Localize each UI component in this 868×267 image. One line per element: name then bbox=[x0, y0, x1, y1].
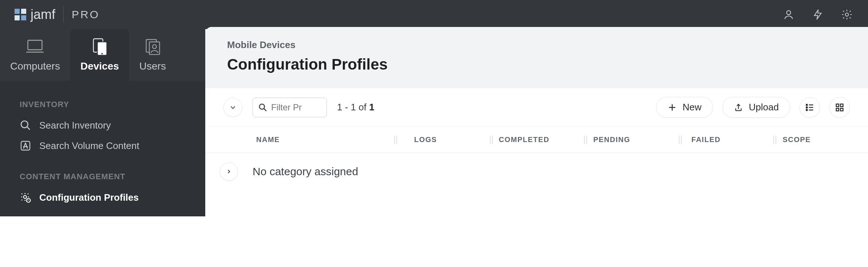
count-to: 1 bbox=[351, 102, 356, 113]
svg-point-19 bbox=[806, 107, 807, 108]
svg-rect-24 bbox=[840, 108, 843, 111]
row-category-label: No category assigned bbox=[253, 165, 358, 178]
tab-label: Users bbox=[139, 60, 166, 72]
svg-rect-3 bbox=[21, 15, 26, 20]
table-header: NAME LOGS COMPLETED PENDING FAILED SCOPE bbox=[205, 127, 868, 153]
toolbar: 1 - 1 of 1 New Upload bbox=[205, 88, 868, 127]
grid-view-button[interactable] bbox=[829, 97, 850, 118]
th-pending[interactable]: PENDING bbox=[590, 136, 679, 144]
search-icon bbox=[258, 103, 267, 112]
toolbar-left: 1 - 1 of 1 bbox=[223, 98, 374, 117]
tab-computers[interactable]: Computers bbox=[0, 29, 70, 81]
sidebar-tabs: Computers Devices Users bbox=[0, 29, 205, 81]
appstore-icon bbox=[20, 140, 31, 152]
devices-icon bbox=[90, 37, 109, 56]
sidebar-item-search-inventory[interactable]: Search Inventory bbox=[0, 115, 205, 136]
svg-rect-6 bbox=[28, 40, 42, 50]
sidebar-item-label: Configuration Profiles bbox=[39, 192, 139, 203]
filter-input[interactable] bbox=[271, 102, 311, 113]
count-total: 1 bbox=[369, 102, 374, 113]
account-icon[interactable] bbox=[782, 8, 795, 21]
tab-users[interactable]: Users bbox=[129, 29, 176, 81]
tab-label: Devices bbox=[80, 60, 119, 72]
count-from: 1 bbox=[337, 102, 342, 113]
grid-icon bbox=[835, 102, 845, 113]
sidebar-heading-inventory: INVENTORY bbox=[0, 95, 205, 115]
sidebar-item-label: Search Volume Content bbox=[39, 140, 139, 152]
brand-wordmark: jamf bbox=[31, 7, 55, 22]
search-icon bbox=[20, 119, 31, 131]
brand: jamf PRO bbox=[15, 7, 100, 23]
expand-all-button[interactable] bbox=[223, 98, 242, 117]
table-row: No category assigned bbox=[205, 153, 868, 190]
tab-label: Computers bbox=[10, 60, 60, 72]
svg-rect-1 bbox=[21, 9, 26, 14]
sidebar-item-search-volume[interactable]: Search Volume Content bbox=[0, 136, 205, 156]
page-title: Configuration Profiles bbox=[227, 56, 846, 73]
gear-icon[interactable] bbox=[840, 8, 853, 21]
filter-input-wrap[interactable] bbox=[253, 98, 327, 117]
chevron-right-icon bbox=[226, 168, 232, 175]
list-icon bbox=[805, 102, 815, 113]
sidebar-item-config-profiles[interactable]: Configuration Profiles bbox=[0, 187, 205, 208]
th-name[interactable]: NAME bbox=[205, 136, 394, 144]
svg-point-15 bbox=[24, 196, 27, 199]
svg-point-18 bbox=[806, 104, 807, 105]
brand-logo[interactable]: jamf bbox=[15, 7, 55, 22]
tab-devices[interactable]: Devices bbox=[70, 29, 129, 81]
breadcrumb: Mobile Devices bbox=[227, 39, 846, 51]
toolbar-right: New Upload bbox=[656, 97, 850, 118]
svg-rect-23 bbox=[836, 108, 839, 111]
result-count: 1 - 1 of 1 bbox=[337, 102, 374, 113]
th-completed[interactable]: COMPLETED bbox=[495, 136, 584, 144]
sidebar-item-label: Search Inventory bbox=[39, 120, 111, 131]
count-sep: - bbox=[345, 102, 351, 113]
new-button[interactable]: New bbox=[656, 97, 713, 118]
users-icon bbox=[143, 37, 162, 56]
count-of-word: of bbox=[358, 102, 369, 113]
svg-rect-0 bbox=[15, 9, 20, 14]
row-expand-button[interactable] bbox=[220, 162, 238, 181]
brand-divider bbox=[63, 7, 64, 23]
upload-label: Upload bbox=[749, 102, 779, 113]
topbar-actions bbox=[782, 8, 853, 21]
plus-icon bbox=[667, 103, 677, 112]
body: Computers Devices Users INVENTORY Search… bbox=[0, 29, 868, 216]
gear-badge-icon bbox=[20, 192, 31, 203]
upload-icon bbox=[734, 103, 743, 112]
svg-rect-14 bbox=[21, 141, 30, 150]
svg-point-4 bbox=[786, 11, 790, 15]
svg-rect-22 bbox=[840, 104, 843, 106]
bolt-icon[interactable] bbox=[811, 8, 824, 21]
svg-point-17 bbox=[259, 104, 265, 109]
sidebar-heading-content: CONTENT MANAGEMENT bbox=[0, 168, 205, 187]
svg-rect-21 bbox=[836, 104, 839, 106]
new-label: New bbox=[683, 102, 702, 113]
jamf-logo-icon bbox=[15, 9, 26, 20]
svg-point-20 bbox=[806, 109, 807, 110]
th-failed[interactable]: FAILED bbox=[684, 136, 774, 144]
main-header: Mobile Devices Configuration Profiles bbox=[205, 27, 868, 88]
list-view-button[interactable] bbox=[800, 97, 820, 118]
svg-point-5 bbox=[845, 13, 849, 16]
chevron-down-icon bbox=[229, 103, 237, 111]
svg-rect-2 bbox=[15, 15, 20, 20]
th-scope[interactable]: SCOPE bbox=[779, 136, 868, 144]
laptop-icon bbox=[25, 37, 44, 56]
th-logs[interactable]: LOGS bbox=[400, 136, 490, 144]
main: Mobile Devices Configuration Profiles 1 … bbox=[205, 27, 868, 216]
brand-pro: PRO bbox=[72, 8, 100, 21]
svg-point-13 bbox=[21, 121, 28, 128]
topbar: jamf PRO bbox=[0, 0, 868, 29]
sidebar-sections: INVENTORY Search Inventory Search Volume… bbox=[0, 81, 205, 216]
svg-point-9 bbox=[101, 53, 103, 55]
sidebar: Computers Devices Users INVENTORY Search… bbox=[0, 29, 205, 216]
upload-button[interactable]: Upload bbox=[722, 97, 790, 118]
